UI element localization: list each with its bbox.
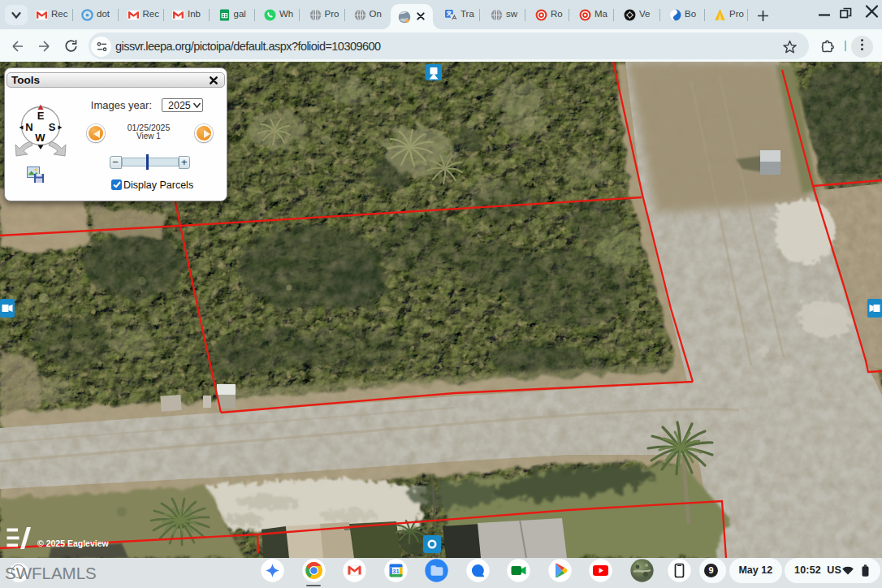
svg-text:S: S xyxy=(49,121,56,133)
svg-text:W: W xyxy=(35,132,45,144)
svg-text:© 2025 Eagleview: © 2025 Eagleview xyxy=(37,538,110,548)
svg-text:31: 31 xyxy=(392,568,399,575)
svg-text:N: N xyxy=(25,121,32,133)
svg-text:E: E xyxy=(37,110,45,122)
